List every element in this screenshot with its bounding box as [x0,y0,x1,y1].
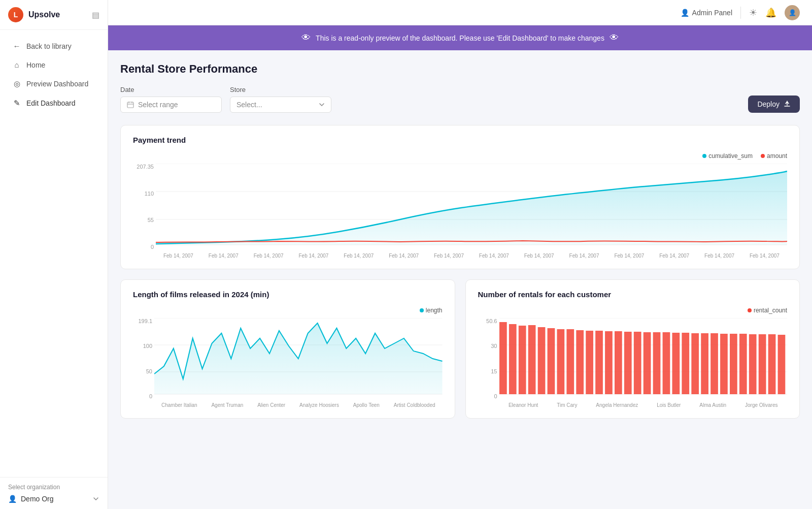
film-chart-area: 199.1 100 50 0 [133,318,443,408]
edit-icon: ✎ [12,99,21,108]
main-area: 👤 Admin Panel ☀ 🔔 👤 👁 This is a read-onl… [108,0,812,509]
rental-count-svg [499,318,788,399]
store-filter-group: Store Select... [230,86,331,113]
film-length-legend: length [133,307,443,314]
header-divider [740,7,741,19]
sun-icon[interactable]: ☀ [749,7,757,18]
bottom-charts-row: Length of films released in 2024 (min) l… [120,279,800,429]
payment-chart-area: 207.35 110 55 0 [133,164,787,259]
sidebar-item-home[interactable]: ⌂ Home [4,56,104,74]
svg-rect-40 [730,334,737,394]
length-dot [420,308,424,312]
svg-rect-45 [777,335,785,394]
rental-count-card: Number of rentals for each customer rent… [465,279,800,419]
sidebar-item-edit-dashboard[interactable]: ✎ Edit Dashboard [4,94,104,112]
admin-label: Admin Panel [692,9,732,17]
svg-rect-33 [662,332,670,394]
page-title: Rental Store Performance [120,62,800,76]
rental-y-axis: 50.6 30 15 0 [478,318,499,399]
top-header: 👤 Admin Panel ☀ 🔔 👤 [108,0,812,25]
legend-length: length [420,307,443,314]
eye-icon-right: 👁 [610,33,619,43]
svg-rect-17 [509,324,516,394]
svg-rect-27 [605,331,613,394]
brand-name: Upsolve [28,10,60,19]
svg-rect-21 [547,328,555,394]
payment-svg-container: Feb 14, 2007 Feb 14, 2007 Feb 14, 2007 F… [156,164,787,259]
svg-rect-18 [518,326,526,394]
readonly-banner: 👁 This is a read-only preview of the das… [108,25,812,50]
calendar-icon [127,101,134,108]
rental-svg-container: Eleanor Hunt Tim Cary Angela Hernandez L… [499,318,788,408]
svg-rect-35 [682,333,689,394]
sidebar-item-label: Edit Dashboard [26,99,76,107]
store-select[interactable]: Select... [230,97,331,113]
store-placeholder: Select... [236,101,262,109]
svg-rect-36 [691,333,699,394]
avatar[interactable]: 👤 [785,5,800,20]
svg-rect-37 [701,333,708,394]
payment-trend-legend: cumulative_sum amount [133,152,787,160]
film-length-card: Length of films released in 2024 (min) l… [120,279,455,419]
sidebar-item-label: Back to library [26,42,72,50]
org-selector[interactable]: 👤 Demo Org [8,495,99,503]
film-length-title: Length of films released in 2024 (min) [133,290,443,299]
rental-label: rental_count [754,307,787,314]
banner-message: This is a read-only preview of the dashb… [316,34,604,42]
bell-icon[interactable]: 🔔 [765,7,776,18]
y-label-mid2: 55 [133,217,154,223]
svg-rect-39 [720,334,728,394]
film-svg-container: Chamber Italian Agent Truman Alien Cente… [154,318,443,408]
avatar-image: 👤 [789,9,796,16]
svg-rect-19 [528,325,535,394]
payment-y-axis: 207.35 110 55 0 [133,164,156,250]
sidebar-item-preview-dashboard[interactable]: ◎ Preview Dashboard [4,75,104,93]
svg-rect-20 [537,327,545,394]
date-filter-label: Date [120,86,222,93]
header-actions: 👤 Admin Panel ☀ 🔔 👤 [681,5,800,20]
payment-x-axis: Feb 14, 2007 Feb 14, 2007 Feb 14, 2007 F… [156,253,787,259]
eye-icon-left: 👁 [301,33,311,43]
svg-rect-32 [653,332,660,394]
payment-trend-svg [156,164,787,250]
sidebar-item-back-to-library[interactable]: ← Back to library [4,37,104,55]
chevron-down-icon [319,102,325,108]
chevron-down-icon [92,495,99,502]
date-range-input[interactable]: Select range [120,97,222,113]
legend-amount: amount [761,152,787,160]
svg-rect-44 [768,334,775,394]
svg-rect-42 [749,334,756,394]
svg-rect-30 [633,332,641,394]
amount-label: amount [767,152,787,160]
admin-panel-link[interactable]: 👤 Admin Panel [681,9,732,17]
cumulative-dot [702,154,706,158]
sidebar-logo-area: L Upsolve ▤ [0,0,108,30]
amount-dot [761,154,765,158]
rental-x-axis: Eleanor Hunt Tim Cary Angela Hernandez L… [499,402,788,408]
sidebar-item-label: Preview Dashboard [26,80,88,88]
home-icon: ⌂ [12,60,21,69]
rental-chart-area: 50.6 30 15 0 [478,318,788,408]
y-label-top: 207.35 [133,164,154,170]
cumulative-label: cumulative_sum [708,152,753,160]
svg-rect-23 [566,329,574,394]
org-select-label: Select organization [8,484,99,491]
legend-rental: rental_count [748,307,787,314]
legend-cumulative: cumulative_sum [702,152,753,160]
content-area: Rental Store Performance Date Select ran… [108,50,812,509]
back-icon: ← [12,42,21,50]
svg-rect-43 [758,334,766,394]
date-placeholder: Select range [138,101,178,109]
deploy-button[interactable]: Deploy [748,96,800,113]
svg-rect-0 [127,102,133,108]
film-y-axis: 199.1 100 50 0 [133,318,154,399]
store-filter-label: Store [230,86,331,93]
filters-row: Date Select range Store Select... Deploy [120,86,800,113]
sidebar-toggle-button[interactable]: ▤ [92,10,99,20]
sidebar-footer: Select organization 👤 Demo Org [0,477,108,509]
svg-rect-25 [586,331,593,394]
date-filter-group: Date Select range [120,86,222,113]
length-label: length [426,307,443,314]
film-x-axis: Chamber Italian Agent Truman Alien Cente… [154,402,443,408]
svg-rect-34 [672,333,680,394]
